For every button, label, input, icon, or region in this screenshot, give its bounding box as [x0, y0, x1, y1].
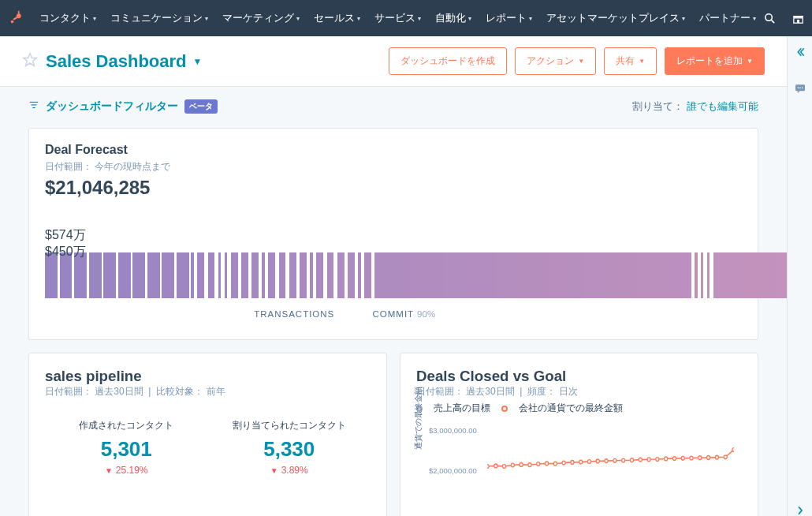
svg-line-5 [771, 20, 774, 23]
comments-icon[interactable] [794, 82, 806, 98]
svg-point-13 [487, 465, 489, 469]
svg-point-24 [579, 460, 583, 464]
svg-point-20 [545, 462, 548, 466]
svg-point-32 [647, 458, 650, 462]
deal-forecast-card: Deal Forecast 日付範囲： 今年の現時点まで $21,046,285… [28, 128, 758, 340]
filter-icon [28, 99, 39, 114]
sales-pipeline-card: sales pipeline 日付範囲： 過去30日間 | 比較対象： 前年 作… [28, 353, 387, 516]
svg-point-46 [799, 88, 801, 89]
svg-point-4 [765, 13, 772, 20]
svg-rect-6 [793, 15, 803, 17]
header-actions: ダッシュボードを作成 アクション▼ 共有▼ レポートを追加▼ [389, 47, 765, 75]
deals-goal-meta: 日付範囲： 過去30日間 | 頻度： 日次 [416, 385, 742, 398]
svg-point-29 [622, 458, 625, 462]
top-nav: コンタクト▾ コミュニケーション▾ マーケティング▾ セールス▾ サービス▾ 自… [0, 0, 812, 36]
share-button[interactable]: 共有▼ [604, 47, 657, 75]
caret-down-icon: ▼ [747, 58, 753, 65]
hubspot-logo[interactable] [8, 8, 25, 28]
pipeline-metrics: 作成されたコンタクト 5,301 ▼25.19% 割り当てられたコンタクト 5,… [45, 419, 371, 476]
svg-point-17 [520, 463, 523, 467]
right-rail [787, 36, 812, 516]
deal-forecast-range: 日付範囲： 今年の現時点まで [45, 160, 742, 174]
funnel-seg2-amount: $450万 [45, 244, 742, 260]
caret-down-icon: ▾ [468, 15, 471, 22]
svg-point-35 [672, 457, 676, 461]
dashboard-filter-toggle[interactable]: ダッシュボードフィルター ベータ [28, 99, 218, 114]
collapse-rail-icon[interactable] [794, 46, 806, 62]
svg-point-22 [562, 461, 565, 465]
nav-automation[interactable]: 自動化▾ [429, 7, 478, 30]
svg-point-39 [707, 456, 710, 460]
svg-point-21 [553, 462, 557, 466]
svg-point-36 [681, 456, 684, 460]
beta-badge: ベータ [184, 99, 218, 114]
add-report-button[interactable]: レポートを追加▼ [665, 47, 765, 75]
svg-marker-44 [797, 91, 799, 93]
svg-point-15 [502, 465, 505, 469]
deals-goal-chart: 通貨での最終金額 $3,000,000.00 $2,000,000.00 [416, 426, 742, 505]
svg-point-28 [613, 458, 616, 462]
down-arrow-icon: ▼ [105, 466, 113, 475]
svg-rect-8 [797, 19, 799, 22]
nav-sales[interactable]: セールス▾ [307, 7, 367, 30]
nav-items: コンタクト▾ コミュニケーション▾ マーケティング▾ セールス▾ サービス▾ 自… [33, 7, 762, 30]
caret-down-icon: ▾ [205, 15, 208, 22]
nav-marketplace[interactable]: アセットマーケットプレイス▾ [540, 7, 691, 30]
expand-rail-icon[interactable] [794, 504, 806, 516]
svg-point-38 [698, 456, 702, 460]
caret-down-icon: ▾ [357, 15, 360, 22]
page-title: Sales Dashboard [46, 51, 187, 72]
nav-contacts[interactable]: コンタクト▾ [33, 7, 102, 30]
search-icon[interactable] [762, 11, 777, 25]
caret-down-icon: ▾ [418, 15, 421, 22]
nav-communication[interactable]: コミュニケーション▾ [104, 7, 214, 30]
favorite-star-icon[interactable] [22, 52, 38, 71]
svg-point-34 [665, 457, 668, 461]
marketplace-icon[interactable] [791, 11, 805, 25]
svg-point-16 [511, 463, 514, 467]
create-dashboard-button[interactable]: ダッシュボードを作成 [389, 47, 507, 75]
filter-row: ダッシュボードフィルター ベータ 割り当て： 誰でも編集可能 [0, 87, 787, 122]
svg-rect-3 [18, 11, 20, 15]
title-dropdown-icon[interactable]: ▼ [193, 56, 203, 67]
svg-point-14 [494, 464, 497, 468]
deals-goal-legend: 売上高の目標 会社の通貨での最終金額 [416, 402, 742, 415]
svg-marker-9 [24, 53, 37, 65]
svg-point-18 [528, 463, 531, 467]
deals-goal-title: Deals Closed vs Goal [416, 368, 742, 385]
caret-down-icon: ▼ [639, 58, 645, 65]
funnel-seg1-label: TRANSACTIONS [254, 309, 334, 319]
caret-down-icon: ▾ [753, 15, 756, 22]
action-button[interactable]: アクション▼ [515, 47, 596, 75]
deal-forecast-total: $21,046,285 [45, 177, 742, 199]
down-arrow-icon: ▼ [270, 466, 278, 475]
header-bar: Sales Dashboard ▼ ダッシュボードを作成 アクション▼ 共有▼ … [0, 36, 787, 87]
assignment-link[interactable]: 誰でも編集可能 [687, 100, 758, 112]
nav-partner[interactable]: パートナー▾ [693, 7, 762, 30]
nav-service[interactable]: サービス▾ [368, 7, 427, 30]
caret-down-icon: ▾ [296, 15, 300, 22]
funnel-seg1-amount: $574万 [45, 227, 742, 244]
metric-created-contacts: 作成されたコンタクト 5,301 ▼25.19% [45, 419, 208, 476]
svg-point-45 [797, 88, 799, 89]
svg-point-23 [571, 461, 574, 465]
svg-point-30 [630, 458, 633, 462]
caret-down-icon: ▾ [529, 15, 532, 22]
nav-reports[interactable]: レポート▾ [479, 7, 538, 30]
legend-dot-actual [501, 406, 508, 412]
caret-down-icon: ▾ [93, 15, 96, 22]
funnel-chart: $574万 $450万 TRANSACTIONS COMMIT90% [45, 227, 742, 325]
pipeline-meta: 日付範囲： 過去30日間 | 比較対象： 前年 [45, 385, 371, 398]
nav-right: 1 [762, 11, 812, 25]
svg-point-1 [11, 21, 14, 24]
nav-marketing[interactable]: マーケティング▾ [216, 7, 306, 30]
svg-point-25 [587, 460, 590, 464]
svg-point-42 [732, 448, 734, 452]
svg-point-37 [690, 456, 693, 460]
svg-point-31 [639, 458, 642, 462]
metric-assigned-contacts: 割り当てられたコンタクト 5,330 ▼3.89% [208, 419, 371, 476]
svg-point-40 [715, 455, 718, 459]
svg-point-27 [605, 459, 608, 463]
svg-point-19 [537, 462, 540, 466]
caret-down-icon: ▼ [578, 58, 584, 65]
